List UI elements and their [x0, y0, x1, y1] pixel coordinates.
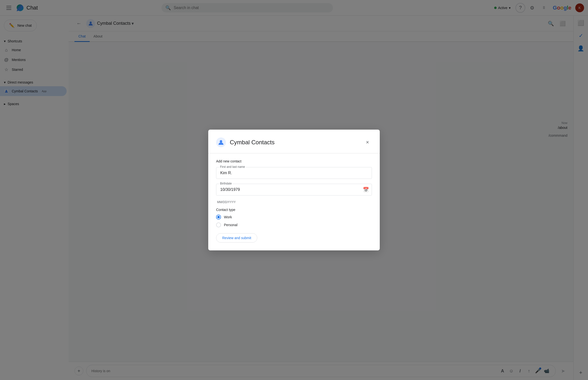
radio-personal-circle: [216, 223, 221, 227]
birthdate-input[interactable]: [216, 184, 372, 195]
radio-personal-label: Personal: [224, 223, 237, 227]
radio-work-inner: [217, 216, 220, 218]
modal-overlay: Cymbal Contacts × Add new contact First …: [0, 0, 588, 380]
review-submit-button[interactable]: Review and submit: [216, 233, 257, 243]
radio-option-personal[interactable]: Personal: [216, 223, 372, 227]
radio-option-work[interactable]: Work: [216, 215, 372, 220]
svg-point-4: [220, 140, 222, 143]
modal-title: Cymbal Contacts: [230, 139, 359, 146]
birthdate-label: Birthdate: [219, 182, 233, 185]
contact-type-section: Contact type Work Personal: [216, 208, 372, 227]
first-name-input[interactable]: [216, 167, 372, 179]
modal-section-label: Add new contact: [216, 159, 372, 163]
birthdate-field: Birthdate 📅: [216, 184, 372, 195]
contact-type-radio-group: Work Personal: [216, 215, 372, 227]
calendar-icon[interactable]: 📅: [363, 187, 369, 192]
radio-work-label: Work: [224, 215, 232, 219]
radio-work-circle: [216, 215, 221, 220]
contact-type-label: Contact type: [216, 208, 372, 212]
first-name-label: First and last name: [219, 165, 246, 169]
modal-app-icon: [216, 137, 226, 147]
modal-header: Cymbal Contacts ×: [216, 137, 372, 147]
modal-close-button[interactable]: ×: [363, 138, 372, 147]
modal-divider: [208, 153, 380, 153]
first-name-field: First and last name: [216, 167, 372, 179]
birthdate-hint: MM/DD/YYYY: [216, 200, 372, 204]
cymbal-contacts-modal: Cymbal Contacts × Add new contact First …: [208, 130, 380, 250]
